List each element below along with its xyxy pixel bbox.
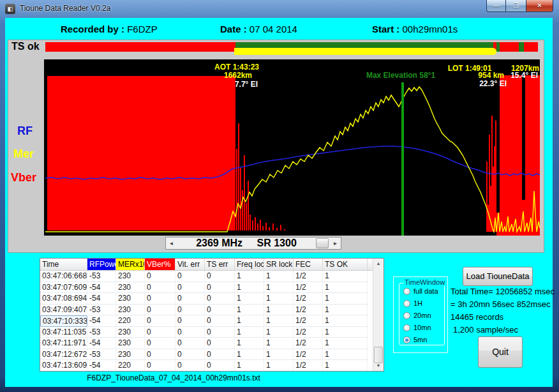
table-cell[interactable]: 0	[205, 305, 235, 316]
table-row[interactable]: 03:47:13:609-54220000111/21	[40, 360, 373, 371]
column-header-sr-lock[interactable]: SR lock	[264, 259, 294, 270]
radio-icon[interactable]	[403, 300, 410, 307]
table-cell[interactable]: 0	[205, 271, 235, 282]
table-cell[interactable]: 1/2	[294, 282, 323, 294]
table-cell[interactable]: 1	[264, 349, 294, 361]
column-header-merx10[interactable]: MERx10	[116, 259, 145, 270]
table-cell[interactable]: -54	[87, 282, 116, 294]
table-cell[interactable]: 0	[175, 360, 205, 371]
table-cell[interactable]: 0	[145, 305, 175, 316]
table-cell[interactable]: 0	[145, 293, 175, 305]
table-cell[interactable]: 1	[235, 305, 264, 316]
table-cell[interactable]: 230	[116, 305, 145, 316]
table-cell[interactable]: 0	[175, 305, 205, 316]
table-cell[interactable]: 1	[235, 349, 264, 361]
table-cell[interactable]: 1	[264, 315, 294, 327]
scroll-right-icon[interactable]: ►	[330, 241, 341, 246]
column-header-vber-[interactable]: VBer%	[145, 259, 175, 270]
table-cell[interactable]: 0	[175, 315, 205, 327]
table-cell[interactable]: 0	[205, 338, 235, 349]
minimize-button[interactable]: —	[486, 0, 506, 12]
table-cell[interactable]: 1/2	[294, 338, 323, 349]
table-cell[interactable]: 0	[145, 349, 175, 361]
table-cell[interactable]: 1	[235, 360, 264, 371]
table-cell[interactable]: 0	[145, 315, 175, 327]
table-cell[interactable]: 1	[235, 293, 264, 305]
table-cell[interactable]: 0	[205, 315, 235, 327]
table-row[interactable]: 03:47:07:609-54230000111/21	[40, 282, 373, 294]
table-cell[interactable]: 0	[175, 293, 205, 305]
table-cell[interactable]: 0	[175, 349, 205, 361]
radio-icon[interactable]	[403, 324, 410, 331]
table-cell[interactable]: 1/2	[294, 360, 323, 371]
table-cell[interactable]: 0	[175, 282, 205, 294]
table-cell[interactable]: 1	[264, 282, 294, 294]
radio-icon[interactable]	[403, 312, 410, 319]
column-header-rfpower[interactable]: RFPower	[87, 259, 116, 270]
table-cell[interactable]: 230	[116, 338, 145, 349]
table-cell[interactable]: -54	[87, 315, 116, 327]
radio-option-1H[interactable]: 1H	[403, 299, 444, 308]
table-cell[interactable]: 03:47:07:609	[40, 282, 87, 294]
table-cell[interactable]: -53	[87, 305, 116, 316]
table-cell[interactable]: 1	[323, 360, 368, 371]
table-cell[interactable]: 1	[264, 293, 294, 305]
table-cell[interactable]: 0	[205, 360, 235, 371]
table-cell[interactable]: 1	[323, 305, 368, 316]
table-row[interactable]: 03:47:12:672-53230000111/21	[40, 349, 373, 361]
table-cell[interactable]: 03:47:10:333	[40, 315, 87, 327]
table-cell[interactable]: 1	[264, 327, 294, 338]
table-cell[interactable]: -54	[87, 360, 116, 371]
table-cell[interactable]: 1	[323, 327, 368, 338]
table-cell[interactable]: 230	[116, 271, 145, 282]
radio-option-full-data[interactable]: full data	[403, 287, 444, 296]
table-row[interactable]: 03:47:10:333-54220000111/21	[40, 315, 373, 327]
table-cell[interactable]: 03:47:09:407	[40, 305, 87, 316]
column-header-ts-err[interactable]: TS err	[205, 259, 235, 270]
table-cell[interactable]: 220	[116, 315, 145, 327]
scrollbar-up-icon[interactable]: ▲	[373, 259, 384, 269]
table-cell[interactable]: 0	[145, 282, 175, 294]
table-cell[interactable]: 220	[116, 360, 145, 371]
table-cell[interactable]: 1	[264, 360, 294, 371]
table-cell[interactable]: 0	[175, 327, 205, 338]
radio-icon[interactable]	[403, 288, 410, 295]
table-row[interactable]: 03:47:08:694-54230000111/21	[40, 293, 373, 305]
table-cell[interactable]: 1/2	[294, 293, 323, 305]
table-row[interactable]: 03:47:11:971-54230000111/21	[40, 338, 373, 349]
load-tiounedata-button[interactable]: Load TiouneData	[463, 267, 533, 286]
table-cell[interactable]: 0	[145, 360, 175, 371]
radio-option-10mn[interactable]: 10mn	[403, 323, 444, 332]
table-cell[interactable]: 0	[175, 271, 205, 282]
radio-icon[interactable]	[403, 336, 410, 343]
table-cell[interactable]: -54	[87, 338, 116, 349]
radio-option-5mn[interactable]: 5mn	[403, 335, 444, 344]
column-header-time[interactable]: Time	[40, 259, 87, 270]
table-row[interactable]: 03:47:09:407-53230000111/21	[40, 305, 373, 316]
table-cell[interactable]: 03:47:12:672	[40, 349, 87, 361]
table-cell[interactable]: 1	[235, 315, 264, 327]
table-cell[interactable]: 1	[323, 271, 368, 282]
table-row[interactable]: 03:47:06:668-53230000111/21	[40, 271, 373, 282]
table-cell[interactable]: 0	[205, 293, 235, 305]
maximize-button[interactable]: ❐	[506, 0, 526, 12]
table-cell[interactable]: 230	[116, 293, 145, 305]
table-cell[interactable]: 1	[323, 349, 368, 361]
table-cell[interactable]: 1/2	[294, 305, 323, 316]
table-cell[interactable]: -53	[87, 271, 116, 282]
table-cell[interactable]: 03:47:08:694	[40, 293, 87, 305]
scrollbar-down-icon[interactable]: ▼	[373, 361, 384, 371]
table-cell[interactable]: 1	[235, 327, 264, 338]
table-cell[interactable]: 0	[205, 282, 235, 294]
table-cell[interactable]: -53	[87, 327, 116, 338]
table-cell[interactable]: 0	[145, 327, 175, 338]
column-header-freq-lock[interactable]: Freq lock	[235, 259, 264, 270]
table-cell[interactable]: 1/2	[294, 327, 323, 338]
radio-option-20mn[interactable]: 20mn	[403, 311, 444, 320]
table-cell[interactable]: 0	[145, 338, 175, 349]
table-cell[interactable]: 1	[264, 305, 294, 316]
column-header-ts-ok[interactable]: TS OK	[323, 259, 368, 270]
table-cell[interactable]: 1	[323, 315, 368, 327]
table-cell[interactable]: 03:47:06:668	[40, 271, 87, 282]
table-scrollbar[interactable]: ▲ ▼	[373, 259, 384, 371]
